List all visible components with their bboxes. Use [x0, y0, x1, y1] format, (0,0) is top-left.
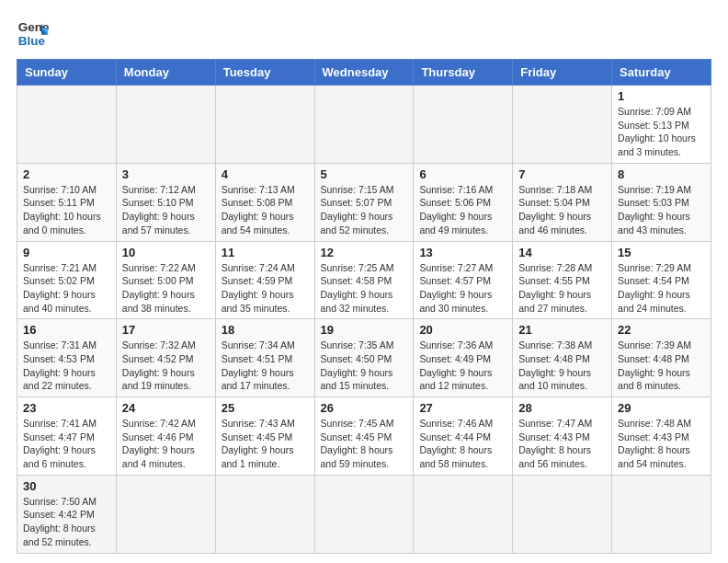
day-info: Sunrise: 7:09 AM Sunset: 5:13 PM Dayligh… — [618, 105, 705, 159]
day-number: 29 — [618, 401, 705, 415]
header: General Blue — [17, 17, 711, 50]
calendar-cell: 24Sunrise: 7:42 AM Sunset: 4:46 PM Dayli… — [116, 397, 215, 476]
calendar-header-row: SundayMondayTuesdayWednesdayThursdayFrid… — [17, 60, 711, 86]
calendar-header-sunday: Sunday — [17, 60, 117, 86]
day-info: Sunrise: 7:25 AM Sunset: 4:58 PM Dayligh… — [321, 261, 408, 316]
day-info: Sunrise: 7:32 AM Sunset: 4:52 PM Dayligh… — [122, 339, 210, 393]
calendar-cell — [116, 86, 215, 164]
page: General Blue SundayMondayTuesdayWednesda… — [0, 0, 728, 563]
day-number: 5 — [321, 167, 408, 181]
calendar-cell: 29Sunrise: 7:48 AM Sunset: 4:43 PM Dayli… — [612, 397, 711, 476]
calendar-cell: 27Sunrise: 7:46 AM Sunset: 4:44 PM Dayli… — [414, 397, 513, 476]
calendar-cell: 12Sunrise: 7:25 AM Sunset: 4:58 PM Dayli… — [314, 241, 414, 319]
day-info: Sunrise: 7:22 AM Sunset: 5:00 PM Dayligh… — [122, 261, 210, 316]
day-number: 22 — [618, 323, 705, 337]
day-number: 18 — [222, 323, 309, 337]
day-info: Sunrise: 7:50 AM Sunset: 4:42 PM Dayligh… — [23, 495, 110, 549]
day-info: Sunrise: 7:39 AM Sunset: 4:48 PM Dayligh… — [618, 339, 705, 393]
day-number: 9 — [23, 246, 110, 259]
calendar-header-monday: Monday — [116, 60, 215, 86]
calendar-cell: 3Sunrise: 7:12 AM Sunset: 5:10 PM Daylig… — [116, 163, 215, 241]
day-info: Sunrise: 7:43 AM Sunset: 4:45 PM Dayligh… — [222, 417, 309, 471]
calendar-cell: 23Sunrise: 7:41 AM Sunset: 4:47 PM Dayli… — [17, 397, 117, 476]
day-number: 12 — [321, 246, 408, 259]
calendar-cell: 20Sunrise: 7:36 AM Sunset: 4:49 PM Dayli… — [414, 319, 513, 397]
calendar-header-thursday: Thursday — [414, 60, 513, 86]
calendar-header-saturday: Saturday — [612, 60, 711, 86]
calendar-cell: 2Sunrise: 7:10 AM Sunset: 5:11 PM Daylig… — [17, 163, 117, 241]
day-number: 24 — [122, 401, 210, 415]
day-info: Sunrise: 7:34 AM Sunset: 4:51 PM Dayligh… — [222, 339, 309, 393]
day-info: Sunrise: 7:29 AM Sunset: 4:54 PM Dayligh… — [618, 261, 705, 316]
calendar-cell: 28Sunrise: 7:47 AM Sunset: 4:43 PM Dayli… — [513, 397, 612, 476]
day-number: 26 — [321, 401, 408, 415]
day-info: Sunrise: 7:46 AM Sunset: 4:44 PM Dayligh… — [419, 417, 506, 471]
day-info: Sunrise: 7:24 AM Sunset: 4:59 PM Dayligh… — [222, 261, 309, 316]
day-info: Sunrise: 7:31 AM Sunset: 4:53 PM Dayligh… — [23, 339, 110, 393]
day-number: 19 — [321, 323, 408, 337]
day-number: 16 — [23, 323, 110, 337]
logo-area: General Blue — [17, 17, 50, 50]
calendar-week-row: 9Sunrise: 7:21 AM Sunset: 5:02 PM Daylig… — [17, 241, 711, 319]
day-info: Sunrise: 7:28 AM Sunset: 4:55 PM Dayligh… — [518, 261, 606, 316]
day-info: Sunrise: 7:42 AM Sunset: 4:46 PM Dayligh… — [122, 417, 210, 471]
day-info: Sunrise: 7:13 AM Sunset: 5:08 PM Dayligh… — [222, 183, 309, 237]
day-number: 4 — [222, 167, 309, 181]
calendar-cell — [414, 475, 513, 553]
day-number: 17 — [122, 323, 210, 337]
calendar-cell: 25Sunrise: 7:43 AM Sunset: 4:45 PM Dayli… — [215, 397, 314, 476]
day-info: Sunrise: 7:10 AM Sunset: 5:11 PM Dayligh… — [23, 183, 110, 237]
day-info: Sunrise: 7:38 AM Sunset: 4:48 PM Dayligh… — [518, 339, 606, 393]
calendar-cell — [116, 475, 215, 553]
calendar-cell: 1Sunrise: 7:09 AM Sunset: 5:13 PM Daylig… — [612, 86, 711, 164]
calendar-cell — [215, 475, 314, 553]
calendar-cell: 19Sunrise: 7:35 AM Sunset: 4:50 PM Dayli… — [314, 319, 414, 397]
day-number: 23 — [23, 401, 110, 415]
calendar-cell — [215, 86, 314, 164]
day-info: Sunrise: 7:12 AM Sunset: 5:10 PM Dayligh… — [122, 183, 210, 237]
calendar-cell: 6Sunrise: 7:16 AM Sunset: 5:06 PM Daylig… — [414, 163, 513, 241]
day-number: 10 — [122, 246, 210, 259]
calendar-cell — [314, 86, 414, 164]
calendar-cell: 10Sunrise: 7:22 AM Sunset: 5:00 PM Dayli… — [116, 241, 215, 319]
svg-text:Blue: Blue — [18, 34, 46, 48]
day-number: 27 — [419, 401, 506, 415]
day-number: 11 — [222, 246, 309, 259]
calendar-header-friday: Friday — [513, 60, 612, 86]
day-number: 1 — [618, 89, 705, 103]
day-number: 30 — [23, 479, 110, 493]
day-number: 6 — [419, 167, 506, 181]
day-number: 20 — [419, 323, 506, 337]
calendar-cell — [414, 86, 513, 164]
calendar-cell — [17, 86, 117, 164]
calendar-week-row: 16Sunrise: 7:31 AM Sunset: 4:53 PM Dayli… — [17, 319, 711, 397]
calendar-cell: 11Sunrise: 7:24 AM Sunset: 4:59 PM Dayli… — [215, 241, 314, 319]
day-number: 14 — [518, 246, 606, 259]
calendar-cell: 22Sunrise: 7:39 AM Sunset: 4:48 PM Dayli… — [612, 319, 711, 397]
calendar-cell — [612, 475, 711, 553]
calendar-week-row: 30Sunrise: 7:50 AM Sunset: 4:42 PM Dayli… — [17, 475, 711, 553]
day-number: 15 — [618, 246, 705, 259]
calendar-cell: 30Sunrise: 7:50 AM Sunset: 4:42 PM Dayli… — [17, 475, 117, 553]
calendar-week-row: 23Sunrise: 7:41 AM Sunset: 4:47 PM Dayli… — [17, 397, 711, 476]
calendar-cell: 26Sunrise: 7:45 AM Sunset: 4:45 PM Dayli… — [314, 397, 414, 476]
day-info: Sunrise: 7:48 AM Sunset: 4:43 PM Dayligh… — [618, 417, 705, 471]
generalblue-logo-icon: General Blue — [17, 17, 50, 50]
day-info: Sunrise: 7:35 AM Sunset: 4:50 PM Dayligh… — [321, 339, 408, 393]
calendar-cell: 5Sunrise: 7:15 AM Sunset: 5:07 PM Daylig… — [314, 163, 414, 241]
day-number: 2 — [23, 167, 110, 181]
calendar-cell: 18Sunrise: 7:34 AM Sunset: 4:51 PM Dayli… — [215, 319, 314, 397]
day-number: 7 — [518, 167, 606, 181]
calendar-cell: 15Sunrise: 7:29 AM Sunset: 4:54 PM Dayli… — [612, 241, 711, 319]
day-number: 3 — [122, 167, 210, 181]
day-number: 28 — [518, 401, 606, 415]
calendar-week-row: 1Sunrise: 7:09 AM Sunset: 5:13 PM Daylig… — [17, 86, 711, 164]
day-info: Sunrise: 7:16 AM Sunset: 5:06 PM Dayligh… — [419, 183, 506, 237]
day-number: 8 — [618, 167, 705, 181]
calendar-cell — [513, 475, 612, 553]
day-info: Sunrise: 7:27 AM Sunset: 4:57 PM Dayligh… — [419, 261, 506, 316]
calendar-week-row: 2Sunrise: 7:10 AM Sunset: 5:11 PM Daylig… — [17, 163, 711, 241]
day-info: Sunrise: 7:45 AM Sunset: 4:45 PM Dayligh… — [321, 417, 408, 471]
calendar-cell: 8Sunrise: 7:19 AM Sunset: 5:03 PM Daylig… — [612, 163, 711, 241]
day-info: Sunrise: 7:19 AM Sunset: 5:03 PM Dayligh… — [618, 183, 705, 237]
